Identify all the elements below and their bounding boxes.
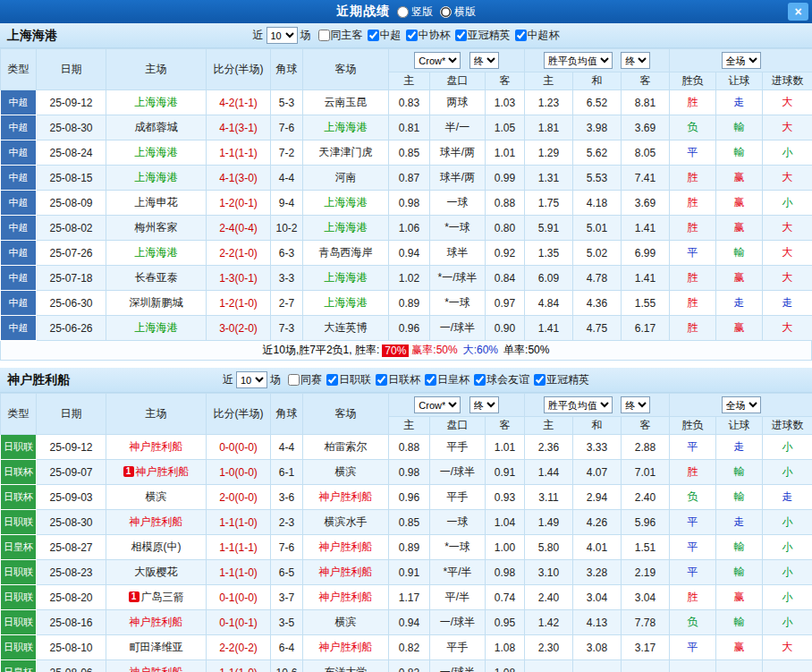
table-row: 日皇杯 25-08-06 神户胜利船 1-1(1-0) 10-6 东洋大学 0.… [1,660,812,672]
home-team-cell: 横滨 [106,485,207,510]
away-team-name: 横滨 [335,465,357,478]
goals-result-cell: 小 [763,585,812,610]
handicap-cell: *一球 [430,535,486,560]
filter-checkbox-input[interactable] [406,30,418,41]
filter-checkbox[interactable]: 同赛 [288,372,322,387]
euro-draw-odds: 4.01 [573,535,622,560]
table-row: 日职联 25-08-20 1广岛三箭 0-1(0-0) 3-7 神户胜利船 1.… [1,585,812,610]
asian-home-odds: 1.02 [389,266,430,291]
result-cell: 胜 [670,291,716,316]
scope-select[interactable]: 全场 [722,52,761,69]
filter-checkbox-input[interactable] [326,374,338,386]
score-cell: 1-1(1-0) [207,510,271,535]
final-odds-select[interactable]: 终 [621,396,650,413]
filter-checkbox-input[interactable] [474,374,486,386]
filter-checkbox[interactable]: 日皇杯 [425,372,469,387]
match-count-select[interactable]: 10 [266,27,298,44]
corner-cell: 3-3 [271,266,303,291]
table-row: 中超 25-06-26 上海海港 3-0(2-0) 7-3 大连英博 0.96 … [1,316,812,341]
filter-checkbox[interactable]: 日联杯 [376,372,420,387]
asian-home-odds: 0.96 [389,485,430,510]
home-team-cell: 成都蓉城 [106,115,207,140]
filter-checkbox[interactable]: 亚冠精英 [455,28,511,43]
asian-away-odds: 1.04 [486,510,525,535]
euro-draw-odds: 5.02 [573,241,622,266]
asian-away-odds: 0.98 [486,560,525,585]
goals-result-cell: 大 [763,635,812,660]
filter-checkbox-input[interactable] [534,374,546,386]
scope-group: 全场 [670,49,812,72]
away-team-cell: 大连英博 [303,316,389,341]
filter-checkbox[interactable]: 同主客 [318,28,363,43]
home-team-cell: 神户胜利船 [106,660,207,672]
filter-checkbox-input[interactable] [425,374,436,386]
filter-checkbox[interactable]: 球会友谊 [474,372,529,387]
match-count-select[interactable]: 10 [236,371,267,388]
result-cell: 平 [670,535,716,560]
filter-checkbox-label: 中协杯 [419,28,451,43]
euro-draw-odds: 3.98 [573,115,622,140]
match-date: 25-08-15 [37,166,106,191]
title-bar: 近期战绩 竖版 横版 × [0,0,812,23]
corner-cell: 6-1 [271,460,303,485]
away-team-cell: 横滨 [303,460,389,485]
filter-checkbox-input[interactable] [368,30,379,41]
match-type-badge: 中超 [1,291,37,316]
bookmaker-select[interactable]: Crow* [414,52,461,69]
layout-option-horizontal[interactable]: 横版 [440,4,476,20]
filter-checkbox-input[interactable] [376,374,387,386]
result-cell: 胜 [670,585,716,610]
col-goals: 进球数 [763,72,812,90]
filter-checkbox-input[interactable] [515,30,527,41]
away-team-cell: 上海海港 [303,115,389,140]
away-team-name: 大连英博 [325,321,368,334]
euro-home-odds: 1.31 [525,166,573,191]
handicap-cell: 平手 [430,635,486,660]
filter-checkbox[interactable]: 中协杯 [406,28,451,43]
match-date: 25-09-03 [37,485,106,510]
layout-option-vertical[interactable]: 竖版 [397,4,433,20]
table-row: 中超 25-08-02 梅州客家 2-4(0-4) 10-2 上海海港 1.06… [1,216,812,241]
match-type-badge: 日职联 [1,585,37,610]
asian-home-odds: 0.89 [389,535,430,560]
table-row: 中超 25-08-15 上海海港 4-1(3-0) 4-4 河南 0.87 球半… [1,166,812,191]
filter-checkbox-input[interactable] [318,30,330,41]
euro-home-odds: 1.23 [525,90,573,115]
horizontal-radio[interactable] [440,6,452,18]
match-type-badge: 中超 [1,216,37,241]
home-team-cell: 上海海港 [106,316,207,341]
match-type-badge: 日皇杯 [1,660,37,672]
final-odds-select[interactable]: 终 [469,396,499,413]
euro-draw-odds: 3.04 [573,585,622,610]
handicap-result-cell: 赢 [716,216,763,241]
asian-home-odds: 1.17 [389,585,430,610]
match-date: 25-08-02 [37,216,106,241]
vertical-radio[interactable] [397,6,409,18]
filter-checkbox[interactable]: 中超杯 [515,28,560,43]
euro-away-odds: 7.01 [622,460,670,485]
table-row: 日职联 25-08-10 町田泽维亚 2-2(0-2) 6-4 神户胜利船 0.… [1,635,812,660]
bookmaker-select[interactable]: Crow* [414,396,461,413]
filter-checkbox[interactable]: 亚冠精英 [534,372,589,387]
euro-draw-odds: 3.28 [573,560,622,585]
europe-odds-select[interactable]: 胜平负均值 [544,396,613,413]
filter-checkbox[interactable]: 中超 [368,28,402,43]
home-team-cell: 上海海港 [106,140,207,166]
europe-odds-select[interactable]: 胜平负均值 [544,52,613,69]
final-odds-select[interactable]: 终 [469,52,499,69]
match-date: 25-07-18 [37,266,106,291]
filter-checkbox-input[interactable] [288,374,300,386]
match-type-badge: 日联杯 [1,460,37,485]
scope-select[interactable]: 全场 [722,396,761,413]
col-score: 比分(半场) [207,394,271,435]
col-score: 比分(半场) [207,49,271,90]
filter-checkbox-input[interactable] [455,30,467,41]
final-odds-select[interactable]: 终 [621,52,650,69]
close-icon[interactable]: × [788,3,808,21]
euro-away-odds: 8.05 [622,140,670,166]
euro-home-odds: 1.42 [525,610,573,635]
handicap-result-cell: 輸 [716,485,763,510]
filter-checkbox[interactable]: 日职联 [326,372,371,387]
filter-checkbox-label: 亚冠精英 [468,28,511,43]
asian-away-odds: 1.05 [486,115,525,140]
